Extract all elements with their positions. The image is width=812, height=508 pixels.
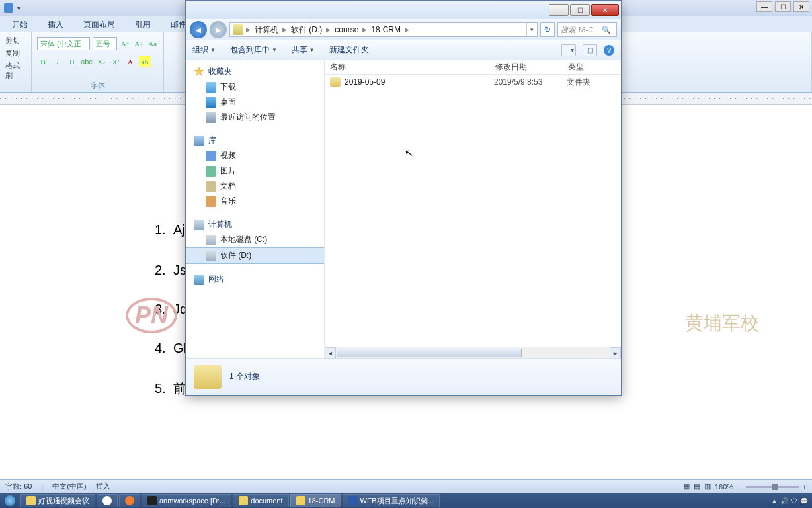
view-web-icon[interactable]: ▥ [704,482,711,491]
recent-icon [206,112,216,123]
font-name-select[interactable]: 宋体 (中文正 [37,37,90,50]
preview-pane-button[interactable]: ◫ [583,44,597,56]
refresh-button[interactable]: ↻ [540,22,555,37]
tray-icon[interactable]: 💬 [800,497,808,505]
nav-item-documents[interactable]: 文档 [186,179,324,194]
underline-button[interactable]: U [66,56,78,67]
shrink-font-icon[interactable]: A↓ [134,38,145,50]
breadcrumb-item[interactable]: 计算机 [251,24,282,36]
library-icon [194,136,204,146]
picture-icon [206,166,216,177]
nav-libraries[interactable]: 库 [186,133,324,148]
taskbar-item[interactable]: 18-CRM [290,494,341,507]
taskbar-item[interactable] [119,494,140,507]
tray-icon[interactable]: 🔊 [780,497,788,505]
cut-button[interactable]: 剪切 [5,36,26,46]
star-icon [194,67,204,77]
word-close-button[interactable]: ✕ [793,1,809,12]
word-maximize-button[interactable]: ☐ [775,1,791,12]
nav-item-recent[interactable]: 最近访问的位置 [186,110,324,125]
help-icon[interactable]: ? [604,45,614,56]
font-color-button[interactable]: A [124,56,136,67]
taskbar-item[interactable]: anmworkspace [D:... [142,494,231,507]
taskbar-item[interactable]: 好视通视频会议 [20,494,95,507]
minimize-button[interactable]: — [549,4,569,16]
start-button[interactable] [0,493,20,508]
file-row[interactable]: 2019-05-09 2019/5/9 8:53 文件夹 [325,75,621,89]
strike-button[interactable]: abc [81,56,93,67]
italic-button[interactable]: I [52,56,63,67]
new-folder-button[interactable]: 新建文件夹 [329,44,369,56]
nav-item-drive-d[interactable]: 软件 (D:) [186,247,324,264]
breadcrumb-dropdown[interactable]: ▾ [526,23,537,36]
forward-button[interactable]: ► [210,21,227,38]
grow-font-icon[interactable]: A↑ [120,38,131,50]
search-input[interactable]: 搜索 18-C... 🔍 [557,22,617,37]
scroll-thumb[interactable] [337,349,522,357]
maximize-button[interactable]: ☐ [570,4,590,16]
breadcrumb-item[interactable]: 18-CRM [367,25,405,34]
horizontal-scrollbar[interactable]: ◄ ► [325,347,621,358]
word-minimize-button[interactable]: — [756,1,772,12]
explorer-titlebar[interactable]: — ☐ ✕ [186,1,621,19]
back-button[interactable]: ◄ [190,21,207,38]
zoom-level[interactable]: 160% [715,483,733,491]
search-icon: 🔍 [602,26,611,34]
nav-item-videos[interactable]: 视频 [186,148,324,163]
word-count-label[interactable]: 字数: 60 [5,482,32,491]
breadcrumb-item[interactable]: course [331,25,362,34]
col-name[interactable]: 名称 [325,62,490,73]
close-button[interactable]: ✕ [591,4,619,16]
nav-favorites[interactable]: 收藏夹 [186,64,324,79]
scroll-right-icon[interactable]: ► [610,347,621,358]
include-library-button[interactable]: 包含到库中▼ [230,44,277,56]
tab-layout[interactable]: 页面布局 [79,18,119,32]
zoom-slider[interactable] [746,486,799,488]
details-text: 1 个对象 [229,371,260,382]
bold-button[interactable]: B [37,56,49,67]
taskbar: 好视通视频会议anmworkspace [D:...document18-CRM… [0,493,812,508]
font-group: 宋体 (中文正 五号 A↑ A↓ Aa B I U abc X₂ X² A ab… [32,32,164,92]
col-modified[interactable]: 修改日期 [490,62,563,73]
zoom-out-button[interactable]: − [737,483,741,491]
subscript-button[interactable]: X₂ [95,56,107,67]
breadcrumb-item[interactable]: 软件 (D:) [287,24,326,36]
view-mode-button[interactable]: ☰ ▾ [561,44,576,56]
view-print-icon[interactable]: ▦ [683,482,690,491]
system-tray[interactable]: ▲ 🔊 🛡 💬 [767,497,812,505]
zoom-in-button[interactable]: + [803,483,807,491]
scroll-left-icon[interactable]: ◄ [325,347,336,358]
tab-references[interactable]: 引用 [131,18,155,32]
nav-item-music[interactable]: 音乐 [186,194,324,209]
language-button[interactable]: 中文(中国) [52,482,86,491]
highlight-button[interactable]: ab [139,56,151,67]
taskbar-item[interactable]: document [233,494,288,507]
copy-button[interactable]: 复制 [5,48,26,58]
details-pane: 1 个对象 [186,358,621,395]
start-orb-icon [5,495,15,506]
tray-icon[interactable]: 🛡 [791,497,797,505]
qat-dropdown-icon[interactable]: ▾ [17,5,20,12]
organize-button[interactable]: 组织▼ [192,44,216,56]
tray-icon[interactable]: ▲ [771,497,778,505]
change-case-icon[interactable]: Aa [147,38,158,50]
share-button[interactable]: 共享▼ [292,44,315,56]
nav-computer[interactable]: 计算机 [186,217,324,232]
taskbar-item[interactable] [97,494,118,507]
taskbar-item[interactable]: WEB项目重点知识储... [343,494,440,507]
nav-item-drive-c[interactable]: 本地磁盘 (C:) [186,232,324,247]
nav-item-downloads[interactable]: 下载 [186,79,324,95]
col-type[interactable]: 类型 [563,62,621,73]
nav-network[interactable]: 网络 [186,272,324,287]
tab-insert[interactable]: 插入 [44,18,67,32]
font-size-select[interactable]: 五号 [93,37,117,50]
insert-mode[interactable]: 插入 [96,482,110,491]
view-read-icon[interactable]: ▤ [694,482,700,491]
superscript-button[interactable]: X² [110,56,122,67]
nav-item-pictures[interactable]: 图片 [186,163,324,179]
watermark-logo: PN [126,298,177,333]
tab-home[interactable]: 开始 [8,18,32,32]
nav-item-desktop[interactable]: 桌面 [186,95,324,110]
breadcrumb[interactable]: ▶ 计算机▶ 软件 (D:)▶ course▶ 18-CRM▶ ▾ [229,22,538,37]
format-painter-button[interactable]: 格式刷 [5,61,26,81]
